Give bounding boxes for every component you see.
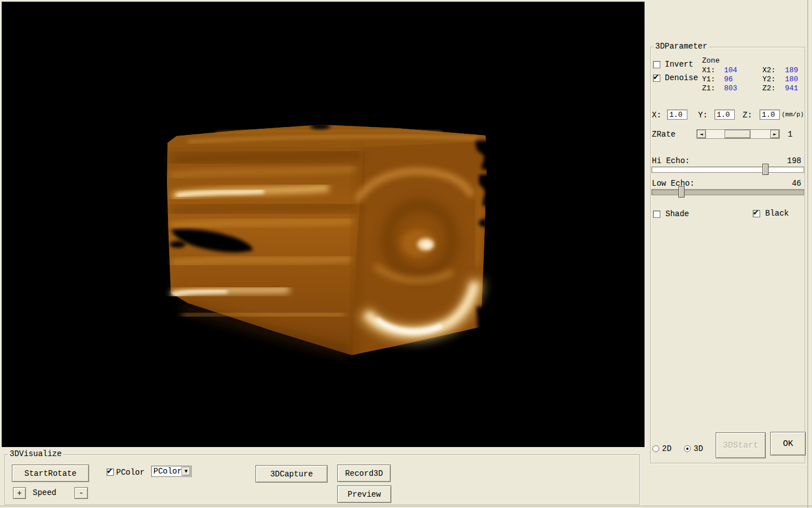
zone-title: Zone (702, 56, 720, 65)
zone-row-label: Z1: (702, 84, 715, 93)
zone-row-value: 803 (724, 84, 737, 93)
check-icon: ✔ (107, 467, 113, 475)
check-icon: ✔ (753, 208, 759, 217)
mode-2d-radio[interactable] (652, 445, 659, 452)
scroll-right-arrow-icon[interactable]: ► (770, 130, 779, 138)
pcolor-dropdown-value: PColor (153, 467, 182, 476)
shade-checkbox[interactable]: ✔ (653, 211, 660, 218)
start-rotate-button[interactable]: StartRotate (12, 465, 89, 482)
y-scale-input[interactable] (714, 110, 735, 120)
ultrasound-3d-volume (2, 2, 645, 447)
speed-plus-button[interactable]: + (13, 487, 26, 499)
low-echo-value: 46 (764, 179, 801, 188)
low-echo-slider[interactable] (651, 189, 804, 195)
zone-row-value: 96 (724, 75, 733, 84)
black-label: Black (765, 209, 789, 218)
zone-row-value: 104 (724, 66, 737, 75)
zone-row-label: X1: (702, 66, 715, 75)
check-icon: ✔ (653, 73, 659, 81)
radio-dot-icon (686, 448, 689, 450)
zone-row-label: Z2: (762, 84, 775, 93)
chevron-down-icon[interactable]: ▼ (182, 467, 191, 476)
3d-parameter-group: 3DParameter ✔ Invert ✔ Denoise Zone X1: … (650, 47, 805, 463)
pcolor-dropdown[interactable]: PColor ▼ (151, 466, 192, 477)
3dstart-button[interactable]: 3DStart (716, 432, 766, 458)
mode-3d-label: 3D (694, 444, 703, 453)
zone-row-value: 180 (785, 75, 798, 84)
hi-echo-slider[interactable] (651, 167, 804, 173)
low-echo-label: Low Echo: (652, 179, 695, 188)
window-border (807, 0, 808, 508)
shade-label: Shade (665, 209, 689, 218)
3dcapture-button[interactable]: 3DCapture (255, 465, 328, 483)
3d-viewport[interactable] (2, 2, 645, 447)
pcolor-label: PColor (116, 468, 144, 477)
y-scale-label: Y: (698, 111, 708, 120)
x-scale-label: X: (652, 111, 661, 120)
zone-row-value: 189 (785, 66, 798, 75)
pcolor-checkbox[interactable]: ✔ (107, 468, 114, 476)
z-scale-input[interactable] (760, 110, 780, 120)
scroll-left-arrow-icon[interactable]: ◄ (697, 130, 706, 138)
low-echo-slider-thumb[interactable] (678, 186, 685, 198)
record3d-button[interactable]: Record3D (337, 465, 391, 482)
zrate-label: ZRate (652, 130, 676, 139)
speed-minus-button[interactable]: - (74, 487, 88, 499)
preview-button[interactable]: Preview (337, 485, 391, 503)
zone-row-label: Y2: (762, 75, 775, 84)
invert-label: Invert (665, 60, 693, 69)
3d-visualize-group: 3DVisualize StartRotate ✔ PColor PColor … (5, 454, 640, 505)
zrate-value: 1 (788, 130, 792, 139)
z-scale-label: Z: (743, 111, 752, 120)
hi-echo-slider-thumb[interactable] (762, 164, 769, 175)
hi-echo-value: 198 (764, 156, 801, 165)
zrate-scrollbar[interactable]: ◄ ► (696, 129, 780, 139)
window-border (0, 506, 812, 506)
zone-row-value: 941 (785, 84, 798, 93)
scale-unit-label: (mm/p) (782, 110, 804, 119)
mode-3d-radio[interactable] (684, 445, 691, 452)
zrate-scrollbar-thumb[interactable] (725, 130, 751, 138)
group-title: 3DParameter (654, 42, 709, 51)
invert-checkbox[interactable]: ✔ (653, 61, 660, 68)
application-window: 3DParameter ✔ Invert ✔ Denoise Zone X1: … (0, 0, 812, 508)
speed-label: Speed (33, 488, 56, 497)
group-title: 3DVisualize (8, 450, 63, 458)
zone-row-label: Y1: (702, 75, 715, 84)
zone-row-label: X2: (762, 66, 775, 75)
x-scale-input[interactable] (667, 110, 687, 120)
right-panel: 3DParameter ✔ Invert ✔ Denoise Zone X1: … (646, 0, 812, 508)
denoise-checkbox[interactable]: ✔ (653, 75, 660, 82)
black-checkbox[interactable]: ✔ (753, 210, 760, 217)
ok-button[interactable]: OK (770, 432, 806, 456)
denoise-label: Denoise (665, 73, 698, 82)
mode-2d-label: 2D (662, 444, 672, 453)
hi-echo-label: Hi Echo: (652, 156, 690, 165)
